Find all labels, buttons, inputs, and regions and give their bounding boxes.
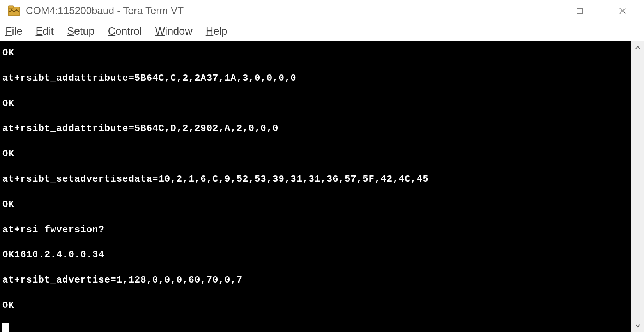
menu-help[interactable]: Help xyxy=(206,25,228,37)
window-titlebar: COM4:115200baud - Tera Term VT xyxy=(0,0,644,21)
terminal-line: at+rsibt_addattribute=5B64C,D,2,2902,A,2… xyxy=(2,120,631,138)
close-button[interactable] xyxy=(601,0,644,21)
terminal-blank-line xyxy=(2,189,631,196)
terminal-line: OK1610.2.4.0.0.34 xyxy=(2,246,631,264)
terminal-blank-line xyxy=(2,264,631,271)
terminal-blank-line xyxy=(2,113,631,120)
terminal-blank-line xyxy=(2,62,631,69)
minimize-button[interactable] xyxy=(515,0,558,21)
svg-rect-1 xyxy=(8,6,14,8)
terminal-blank-line xyxy=(2,138,631,145)
menu-setup[interactable]: Setup xyxy=(67,25,95,37)
terminal-blank-line xyxy=(2,290,631,297)
terminal-blank-line xyxy=(2,88,631,95)
terminal-container: OKat+rsibt_addattribute=5B64C,C,2,2A37,1… xyxy=(0,41,644,332)
terminal-line: OK xyxy=(2,95,631,113)
terminal-blank-line xyxy=(2,214,631,221)
terminal-line: at+rsibt_setadvertisedata=10,2,1,6,C,9,5… xyxy=(2,170,631,189)
scroll-up-button[interactable] xyxy=(631,41,644,54)
terminal-line: OK xyxy=(2,145,631,163)
menu-bar: File Edit Setup Control Window Help xyxy=(0,21,644,41)
terminal-line: OK xyxy=(2,196,631,214)
window-title: COM4:115200baud - Tera Term VT xyxy=(26,5,184,17)
terminal-line: OK xyxy=(2,297,631,315)
menu-file[interactable]: File xyxy=(5,25,23,37)
terminal-output[interactable]: OKat+rsibt_addattribute=5B64C,C,2,2A37,1… xyxy=(0,41,631,332)
terminal-blank-line xyxy=(2,239,631,246)
menu-window[interactable]: Window xyxy=(155,25,193,37)
maximize-button[interactable] xyxy=(558,0,601,21)
svg-rect-3 xyxy=(577,8,582,14)
terminal-line: OK xyxy=(2,44,631,62)
menu-control[interactable]: Control xyxy=(108,25,142,37)
menu-edit[interactable]: Edit xyxy=(36,25,54,37)
terminal-line: at+rsi_fwversion? xyxy=(2,221,631,239)
terminal-cursor xyxy=(2,323,9,332)
app-icon xyxy=(8,5,20,16)
vertical-scrollbar[interactable] xyxy=(631,41,644,332)
terminal-line: at+rsibt_addattribute=5B64C,C,2,2A37,1A,… xyxy=(2,69,631,88)
scroll-down-button[interactable] xyxy=(631,319,644,332)
terminal-blank-line xyxy=(2,163,631,170)
terminal-line: at+rsibt_advertise=1,128,0,0,0,60,70,0,7 xyxy=(2,271,631,290)
